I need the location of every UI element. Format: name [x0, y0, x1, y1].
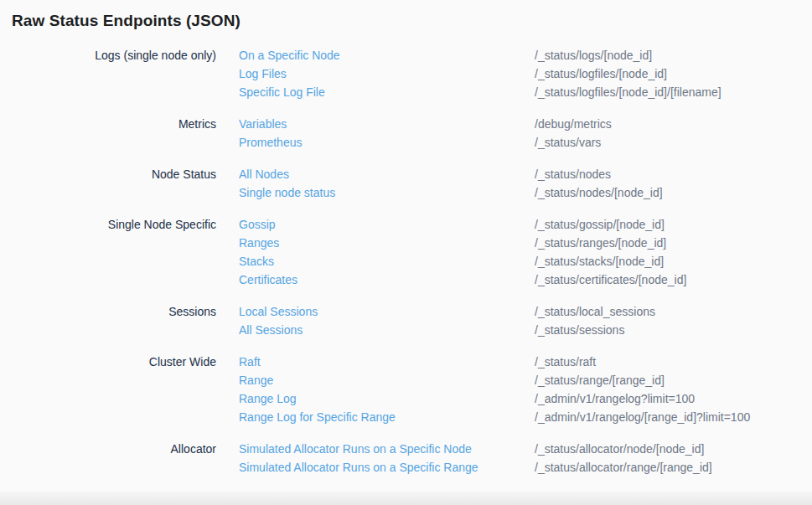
- endpoint-row: Ranges /_status/ranges/[node_id]: [239, 234, 686, 252]
- footer-strip: [0, 492, 812, 505]
- endpoint-path: /debug/metrics: [535, 115, 612, 133]
- endpoint-path: /_status/logfiles/[node_id]: [535, 64, 667, 83]
- endpoint-path: /_status/certificates/[node_id]: [535, 271, 686, 289]
- section-rows: Local Sessions /_status/local_sessions A…: [239, 302, 655, 339]
- section-rows: All Nodes /_status/nodes Single node sta…: [239, 165, 663, 202]
- endpoint-row: Simulated Allocator Runs on a Specific R…: [239, 458, 712, 477]
- endpoint-path: /_status/logfiles/[node_id]/[filename]: [535, 83, 721, 101]
- endpoint-link[interactable]: All Sessions: [239, 321, 535, 339]
- endpoint-path: /_status/gossip/[node_id]: [535, 215, 665, 234]
- endpoint-link[interactable]: Range Log: [239, 389, 535, 408]
- section-category-label: Logs (single node only): [0, 46, 216, 64]
- section-rows: Variables /debug/metrics Prometheus /_st…: [239, 115, 612, 152]
- endpoint-link[interactable]: Log Files: [239, 64, 535, 83]
- endpoint-row: Range /_status/range/[range_id]: [239, 371, 750, 389]
- endpoint-path: /_status/local_sessions: [535, 302, 655, 321]
- section-rows: On a Specific Node /_status/logs/[node_i…: [239, 46, 721, 101]
- raw-status-endpoints-page: Raw Status Endpoints (JSON) Logs (single…: [0, 0, 812, 505]
- endpoint-link[interactable]: Single node status: [239, 183, 535, 202]
- endpoint-path: /_admin/v1/rangelog?limit=100: [535, 389, 695, 408]
- section-category-label: Allocator: [0, 440, 216, 458]
- endpoint-link[interactable]: Local Sessions: [239, 302, 535, 321]
- page-title: Raw Status Endpoints (JSON): [12, 11, 812, 31]
- endpoint-path: /_status/sessions: [535, 321, 624, 339]
- endpoint-path: /_status/allocator/node/[node_id]: [535, 440, 704, 458]
- endpoint-row: Local Sessions /_status/local_sessions: [239, 302, 655, 321]
- endpoint-link[interactable]: Ranges: [239, 234, 535, 252]
- endpoint-link[interactable]: On a Specific Node: [239, 46, 535, 64]
- endpoint-link[interactable]: Simulated Allocator Runs on a Specific N…: [239, 440, 535, 458]
- endpoint-row: Range Log for Specific Range /_admin/v1/…: [239, 408, 750, 426]
- endpoint-row: All Sessions /_status/sessions: [239, 321, 655, 339]
- endpoint-section: Sessions Local Sessions /_status/local_s…: [0, 302, 812, 339]
- endpoint-section: Node Status All Nodes /_status/nodes Sin…: [0, 165, 812, 202]
- endpoint-row: Variables /debug/metrics: [239, 115, 612, 133]
- section-rows: Raft /_status/raft Range /_status/range/…: [239, 353, 750, 426]
- endpoint-sections: Logs (single node only) On a Specific No…: [0, 46, 812, 477]
- endpoint-path: /_status/vars: [535, 133, 601, 152]
- endpoint-path: /_status/logs/[node_id]: [535, 46, 652, 64]
- endpoint-link[interactable]: Simulated Allocator Runs on a Specific R…: [239, 458, 535, 477]
- endpoint-link[interactable]: All Nodes: [239, 165, 535, 183]
- endpoint-section: Single Node Specific Gossip /_status/gos…: [0, 215, 812, 289]
- endpoint-section: Cluster Wide Raft /_status/raft Range /_…: [0, 353, 812, 426]
- endpoint-row: Range Log /_admin/v1/rangelog?limit=100: [239, 389, 750, 408]
- endpoint-section: Allocator Simulated Allocator Runs on a …: [0, 440, 812, 477]
- endpoint-path: /_status/stacks/[node_id]: [535, 252, 664, 271]
- endpoint-row: All Nodes /_status/nodes: [239, 165, 663, 183]
- endpoint-path: /_status/nodes/[node_id]: [535, 183, 663, 202]
- section-category-label: Node Status: [0, 165, 216, 183]
- endpoint-row: Raft /_status/raft: [239, 353, 750, 371]
- endpoint-link[interactable]: Range Log for Specific Range: [239, 408, 535, 426]
- endpoint-row: Simulated Allocator Runs on a Specific N…: [239, 440, 712, 458]
- endpoint-path: /_status/ranges/[node_id]: [535, 234, 666, 252]
- section-category-label: Cluster Wide: [0, 353, 216, 371]
- endpoint-link[interactable]: Variables: [239, 115, 535, 133]
- endpoint-section: Logs (single node only) On a Specific No…: [0, 46, 812, 101]
- endpoint-row: Stacks /_status/stacks/[node_id]: [239, 252, 686, 271]
- endpoint-row: Prometheus /_status/vars: [239, 133, 612, 152]
- section-category-label: Metrics: [0, 115, 216, 133]
- endpoint-section: Metrics Variables /debug/metrics Prometh…: [0, 115, 812, 152]
- endpoint-link[interactable]: Range: [239, 371, 535, 389]
- endpoint-row: On a Specific Node /_status/logs/[node_i…: [239, 46, 721, 64]
- endpoint-path: /_admin/v1/rangelog/[range_id]?limit=100: [535, 408, 750, 426]
- endpoint-row: Log Files /_status/logfiles/[node_id]: [239, 64, 721, 83]
- endpoint-row: Certificates /_status/certificates/[node…: [239, 271, 686, 289]
- endpoint-path: /_status/raft: [535, 353, 596, 371]
- endpoint-link[interactable]: Specific Log File: [239, 83, 535, 101]
- section-rows: Gossip /_status/gossip/[node_id] Ranges …: [239, 215, 686, 289]
- endpoint-row: Single node status /_status/nodes/[node_…: [239, 183, 663, 202]
- section-category-label: Sessions: [0, 302, 216, 321]
- endpoint-path: /_status/nodes: [535, 165, 611, 183]
- endpoint-link[interactable]: Raft: [239, 353, 535, 371]
- endpoint-row: Specific Log File /_status/logfiles/[nod…: [239, 83, 721, 101]
- endpoint-row: Gossip /_status/gossip/[node_id]: [239, 215, 686, 234]
- endpoint-link[interactable]: Gossip: [239, 215, 535, 234]
- endpoint-link[interactable]: Stacks: [239, 252, 535, 271]
- endpoint-path: /_status/range/[range_id]: [535, 371, 665, 389]
- section-rows: Simulated Allocator Runs on a Specific N…: [239, 440, 712, 477]
- endpoint-link[interactable]: Certificates: [239, 271, 535, 289]
- endpoint-link[interactable]: Prometheus: [239, 133, 535, 152]
- endpoint-path: /_status/allocator/range/[range_id]: [535, 458, 712, 477]
- section-category-label: Single Node Specific: [0, 215, 216, 234]
